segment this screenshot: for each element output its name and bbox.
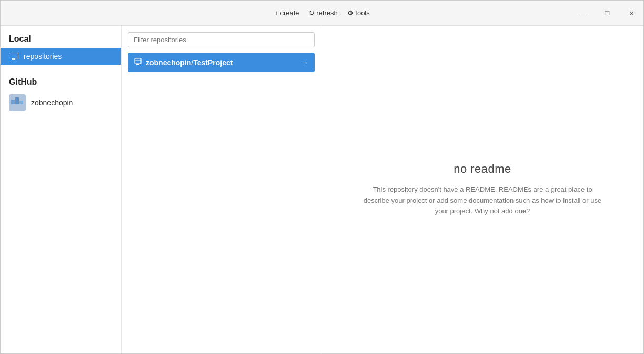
repo-name-part: TestProject <box>193 58 233 67</box>
close-button[interactable]: ✕ <box>619 1 643 26</box>
readme-area: no readme This repository doesn't have a… <box>321 26 643 353</box>
repo-icon <box>134 58 142 67</box>
filter-repositories-input[interactable] <box>128 32 315 47</box>
refresh-button[interactable]: ↻ refresh <box>309 9 338 17</box>
svg-rect-10 <box>135 65 140 65</box>
title-bar: + create ↻ refresh ⚙ tools — ❐ ✕ <box>1 1 643 26</box>
minimize-button[interactable]: — <box>571 1 595 26</box>
repo-arrow-icon: → <box>301 58 308 67</box>
repo-full-name: zobnechopin/TestProject <box>146 58 233 67</box>
svg-rect-9 <box>136 64 139 65</box>
window-controls: — ❐ ✕ <box>571 1 643 26</box>
repositories-label: repositories <box>24 52 62 61</box>
svg-rect-3 <box>11 60 17 60</box>
avatar <box>9 94 26 111</box>
maximize-button[interactable]: ❐ <box>595 1 619 26</box>
github-section-title: GitHub <box>1 77 121 91</box>
svg-rect-6 <box>19 101 23 104</box>
sidebar-item-repositories[interactable]: repositories <box>1 48 121 65</box>
svg-rect-2 <box>12 58 15 60</box>
no-readme-title: no readme <box>454 162 511 176</box>
github-account-item[interactable]: zobnechopin <box>1 91 121 114</box>
sidebar: Local repositories GitHub <box>1 26 122 353</box>
repositories-icon <box>9 53 18 60</box>
local-section-title: Local <box>1 34 121 48</box>
no-readme-description: This repository doesn't have a README. R… <box>361 184 603 217</box>
repo-item[interactable]: zobnechopin/TestProject → <box>128 53 315 72</box>
repo-owner: zobnechopin <box>146 58 191 67</box>
repo-item-left: zobnechopin/TestProject <box>134 58 233 67</box>
svg-rect-7 <box>135 58 141 64</box>
create-button[interactable]: + create <box>274 9 299 17</box>
repo-list-area: zobnechopin/TestProject → <box>122 26 321 353</box>
github-account-name: zobnechopin <box>31 99 73 107</box>
title-bar-actions: + create ↻ refresh ⚙ tools <box>274 9 370 17</box>
main-content: Local repositories GitHub <box>1 26 643 353</box>
svg-rect-5 <box>15 97 19 104</box>
svg-rect-4 <box>11 100 15 104</box>
tools-button[interactable]: ⚙ tools <box>347 9 370 17</box>
svg-rect-1 <box>9 53 18 58</box>
